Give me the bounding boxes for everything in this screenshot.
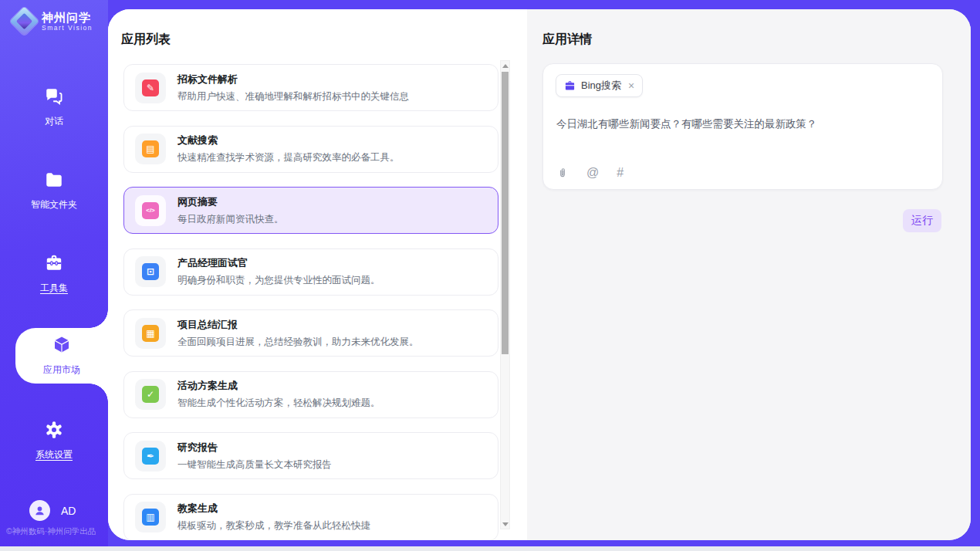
avatar bbox=[29, 500, 50, 521]
app-card-title: 教案生成 bbox=[177, 502, 370, 516]
sidebar-item-toolset[interactable]: 工具集 bbox=[0, 246, 108, 302]
paperclip-icon[interactable] bbox=[556, 167, 569, 179]
app-card-title: 研究报告 bbox=[177, 441, 332, 455]
brand-name: 神州问学 bbox=[42, 11, 93, 24]
briefcase-icon bbox=[564, 80, 576, 92]
app-card-texts: 招标文件解析帮助用户快速、准确地理解和解析招标书中的关键信息 bbox=[177, 73, 409, 103]
mention-icon[interactable]: @ bbox=[586, 167, 599, 179]
app-card[interactable]: ✓活动方案生成智能生成个性化活动方案，轻松解决规划难题。 bbox=[123, 371, 498, 418]
app-card-description: 每日政府新闻资讯快查。 bbox=[177, 213, 284, 226]
sidebar-item-app-market[interactable]: 应用市场 bbox=[15, 328, 108, 384]
interview-doc-icon: ⊡ bbox=[142, 263, 159, 280]
app-card-texts: 活动方案生成智能生成个性化活动方案，轻松解决规划难题。 bbox=[177, 379, 380, 410]
gear-icon bbox=[44, 420, 64, 443]
app-card-description: 智能生成个性化活动方案，轻松解决规划难题。 bbox=[177, 397, 380, 410]
app-card[interactable]: ▦项目总结汇报全面回顾项目进展，总结经验教训，助力未来优化发展。 bbox=[123, 309, 498, 357]
chat-bubble-icon bbox=[44, 86, 64, 110]
app-card-texts: 项目总结汇报全面回顾项目进展，总结经验教训，助力未来优化发展。 bbox=[177, 318, 419, 349]
app-card-description: 快速精准查找学术资源，提高研究效率的必备工具。 bbox=[177, 151, 400, 164]
scrollbar-thumb[interactable] bbox=[502, 72, 509, 354]
query-text[interactable]: 今日湖北有哪些新闻要点？有哪些需要关注的最新政策？ bbox=[556, 117, 930, 131]
app-card-title: 产品经理面试官 bbox=[177, 256, 380, 270]
hash-icon[interactable]: # bbox=[617, 167, 623, 179]
app-card-texts: 教案生成模板驱动，教案秒成，教学准备从此轻松快捷 bbox=[177, 502, 370, 532]
pen-edit-icon: ✎ bbox=[142, 79, 159, 96]
triangle-up-icon bbox=[502, 64, 509, 68]
close-icon[interactable]: × bbox=[628, 80, 634, 91]
app-card[interactable]: ▥教案生成模板驱动，教案秒成，教学准备从此轻松快捷 bbox=[123, 494, 498, 541]
app-card-texts: 文献搜索快速精准查找学术资源，提高研究效率的必备工具。 bbox=[177, 134, 400, 164]
window-bottom-edge bbox=[0, 546, 980, 551]
sidebar: 神州问学 Smart Vision 对话智能文件夹工具集应用市场系统设置 AD … bbox=[0, 0, 108, 546]
app-card-description: 明确身份和职责，为您提供专业性的面试问题。 bbox=[177, 274, 380, 287]
logo-diamond-icon bbox=[9, 6, 39, 35]
app-card[interactable]: ▤文献搜索快速精准查找学术资源，提高研究效率的必备工具。 bbox=[123, 126, 498, 173]
prompt-card: Bing搜索 × 今日湖北有哪些新闻要点？有哪些需要关注的最新政策？ @ # bbox=[542, 63, 943, 190]
clipboard-check-icon: ✓ bbox=[142, 386, 159, 403]
app-icon-box: ✓ bbox=[135, 379, 166, 410]
sidebar-item-label: 对话 bbox=[45, 115, 63, 128]
app-icon-box: </> bbox=[135, 195, 166, 226]
toolbox-icon bbox=[44, 253, 64, 276]
app-list: ✎招标文件解析帮助用户快速、准确地理解和解析招标书中的关键信息▤文献搜索快速精准… bbox=[123, 64, 498, 540]
sidebar-item-label: 工具集 bbox=[40, 282, 68, 295]
copyright-footer: ©神州数码·神州问学出品 bbox=[6, 526, 96, 537]
app-icon-box: ✎ bbox=[135, 73, 166, 103]
report-note-icon: ▦ bbox=[142, 325, 159, 342]
app-detail-panel: 应用详情 Bing搜索 × 今日湖北有哪些新闻要点？有哪些需要关注的最新政策？ … bbox=[527, 9, 971, 540]
app-card-title: 网页摘要 bbox=[177, 195, 284, 209]
app-card-title: 招标文件解析 bbox=[177, 73, 409, 86]
sidebar-item-label: 应用市场 bbox=[43, 363, 80, 377]
triangle-down-icon bbox=[502, 522, 509, 526]
sidebar-item-chat[interactable]: 对话 bbox=[0, 79, 108, 135]
cube-icon bbox=[52, 335, 72, 358]
scroll-up-button[interactable] bbox=[501, 61, 509, 70]
app-icon-box: ▤ bbox=[135, 134, 166, 164]
app-card-title: 文献搜索 bbox=[177, 134, 400, 147]
sidebar-item-label: 智能文件夹 bbox=[31, 198, 77, 211]
sidebar-item-label: 系统设置 bbox=[35, 448, 73, 461]
user-name: AD bbox=[61, 505, 76, 517]
app-icon-box: ⊡ bbox=[135, 256, 166, 287]
web-code-icon: </> bbox=[142, 202, 159, 219]
books-icon: ▥ bbox=[142, 509, 159, 526]
app-icon-box: ▥ bbox=[135, 502, 166, 532]
app-card-title: 活动方案生成 bbox=[177, 379, 380, 393]
person-icon bbox=[33, 504, 46, 517]
app-logo: 神州问学 Smart Vision bbox=[14, 11, 93, 32]
app-card-title: 项目总结汇报 bbox=[177, 318, 419, 332]
app-icon-box: ✒ bbox=[135, 441, 166, 472]
app-detail-title: 应用详情 bbox=[542, 32, 592, 48]
app-card[interactable]: ✒研究报告一键智能生成高质量长文本研究报告 bbox=[123, 432, 498, 479]
app-card[interactable]: </>网页摘要每日政府新闻资讯快查。 bbox=[123, 187, 498, 234]
app-card-texts: 产品经理面试官明确身份和职责，为您提供专业性的面试问题。 bbox=[177, 256, 380, 287]
scroll-down-button[interactable] bbox=[501, 519, 509, 529]
folder-icon bbox=[44, 170, 64, 193]
app-icon-box: ▦ bbox=[135, 318, 166, 349]
app-list-title: 应用列表 bbox=[121, 32, 171, 48]
research-pen-icon: ✒ bbox=[142, 448, 159, 465]
sidebar-item-system-settings[interactable]: 系统设置 bbox=[0, 413, 108, 468]
brand-subtitle: Smart Vision bbox=[42, 24, 93, 32]
app-card-description: 全面回顾项目进展，总结经验教训，助力未来优化发展。 bbox=[177, 336, 419, 349]
tool-tag-label: Bing搜索 bbox=[581, 79, 621, 93]
app-card-texts: 研究报告一键智能生成高质量长文本研究报告 bbox=[177, 441, 332, 472]
app-card-description: 模板驱动，教案秒成，教学准备从此轻松快捷 bbox=[177, 519, 370, 532]
app-card-description: 一键智能生成高质量长文本研究报告 bbox=[177, 458, 332, 472]
app-card[interactable]: ⊡产品经理面试官明确身份和职责，为您提供专业性的面试问题。 bbox=[123, 248, 498, 296]
sidebar-item-smart-folder[interactable]: 智能文件夹 bbox=[0, 163, 108, 218]
run-button[interactable]: 运行 bbox=[903, 209, 941, 232]
main-content: 应用列表 ✎招标文件解析帮助用户快速、准确地理解和解析招标书中的关键信息▤文献搜… bbox=[108, 9, 971, 540]
tool-tag-bing-search[interactable]: Bing搜索 × bbox=[556, 74, 643, 97]
app-card-texts: 网页摘要每日政府新闻资讯快查。 bbox=[177, 195, 284, 226]
book-icon: ▤ bbox=[142, 140, 159, 157]
app-card[interactable]: ✎招标文件解析帮助用户快速、准确地理解和解析招标书中的关键信息 bbox=[123, 64, 498, 111]
list-scrollbar[interactable] bbox=[500, 60, 510, 529]
user-row[interactable]: AD bbox=[29, 500, 76, 521]
input-toolbar: @ # bbox=[556, 167, 623, 179]
app-card-description: 帮助用户快速、准确地理解和解析招标书中的关键信息 bbox=[177, 90, 409, 103]
app-list-panel: 应用列表 ✎招标文件解析帮助用户快速、准确地理解和解析招标书中的关键信息▤文献搜… bbox=[108, 9, 527, 540]
